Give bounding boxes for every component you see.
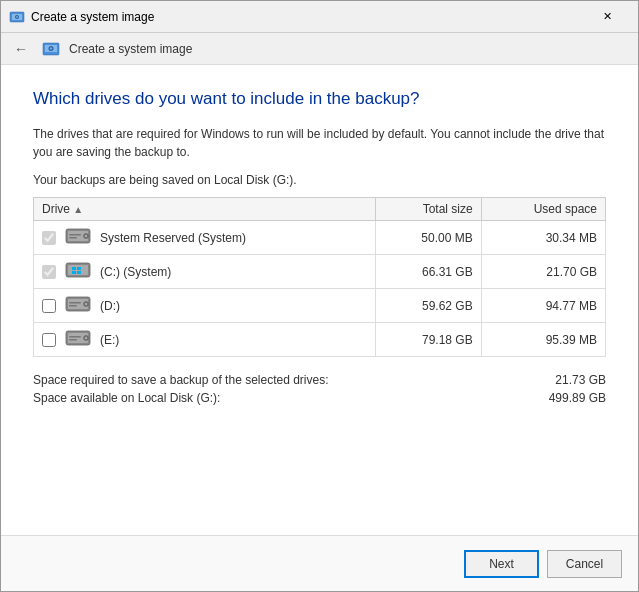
svg-point-7 bbox=[50, 47, 52, 49]
drive-checkbox[interactable] bbox=[42, 299, 56, 313]
svg-point-3 bbox=[16, 16, 18, 18]
drive-icon bbox=[64, 259, 92, 284]
table-row: (D:) 59.62 GB94.77 MB bbox=[34, 289, 606, 323]
space-available-label: Space available on Local Disk (G:): bbox=[33, 391, 220, 405]
svg-rect-31 bbox=[69, 339, 77, 341]
title-bar-controls: ✕ bbox=[584, 1, 630, 33]
svg-rect-24 bbox=[69, 302, 81, 304]
main-window: Create a system image ✕ ← Create a syste… bbox=[0, 0, 639, 592]
title-bar-left: Create a system image bbox=[9, 9, 154, 25]
nav-bar: ← Create a system image bbox=[1, 33, 638, 65]
svg-point-23 bbox=[85, 303, 87, 305]
space-required-row: Space required to save a backup of the s… bbox=[33, 373, 606, 387]
drive-cell[interactable]: (E:) bbox=[34, 323, 376, 357]
drive-cell: System Reserved (System) bbox=[34, 221, 376, 255]
space-available-row: Space available on Local Disk (G:): 499.… bbox=[33, 391, 606, 405]
table-row: (E:) 79.18 GB95.39 MB bbox=[34, 323, 606, 357]
total-size-cell: 79.18 GB bbox=[375, 323, 481, 357]
used-space-cell: 94.77 MB bbox=[481, 289, 605, 323]
svg-point-29 bbox=[85, 337, 87, 339]
total-size-cell: 59.62 GB bbox=[375, 289, 481, 323]
save-location: Your backups are being saved on Local Di… bbox=[33, 173, 606, 187]
space-required-label: Space required to save a backup of the s… bbox=[33, 373, 329, 387]
total-size-cell: 66.31 GB bbox=[375, 255, 481, 289]
back-button[interactable]: ← bbox=[9, 37, 33, 61]
drives-table: Drive ▲ Total size Used space System bbox=[33, 197, 606, 357]
drive-checkbox[interactable] bbox=[42, 333, 56, 347]
svg-rect-25 bbox=[69, 305, 77, 307]
drive-icon bbox=[64, 293, 92, 318]
used-space-cell: 95.39 MB bbox=[481, 323, 605, 357]
space-available-value: 499.89 GB bbox=[549, 391, 606, 405]
space-required-value: 21.73 GB bbox=[555, 373, 606, 387]
col-header-total-size: Total size bbox=[375, 198, 481, 221]
svg-point-11 bbox=[85, 235, 87, 237]
svg-rect-12 bbox=[69, 234, 81, 236]
drive-name: (D:) bbox=[100, 299, 120, 313]
svg-rect-19 bbox=[77, 271, 81, 274]
window-icon bbox=[9, 9, 25, 25]
drive-cell[interactable]: (D:) bbox=[34, 289, 376, 323]
drive-name: (C:) (System) bbox=[100, 265, 171, 279]
drive-cell: (C:) (System) bbox=[34, 255, 376, 289]
sort-indicator: ▲ bbox=[73, 204, 83, 215]
page-title: Which drives do you want to include in t… bbox=[33, 89, 606, 109]
svg-rect-30 bbox=[69, 336, 81, 338]
title-bar: Create a system image ✕ bbox=[1, 1, 638, 33]
col-header-used-space: Used space bbox=[481, 198, 605, 221]
main-content: Which drives do you want to include in t… bbox=[1, 65, 638, 535]
drive-checkbox bbox=[42, 265, 56, 279]
drive-icon bbox=[64, 225, 92, 250]
svg-rect-16 bbox=[72, 267, 76, 270]
drive-name: (E:) bbox=[100, 333, 119, 347]
window-title: Create a system image bbox=[31, 10, 154, 24]
used-space-cell: 21.70 GB bbox=[481, 255, 605, 289]
drive-name: System Reserved (System) bbox=[100, 231, 246, 245]
svg-rect-13 bbox=[69, 237, 77, 239]
footer: Next Cancel bbox=[1, 535, 638, 591]
drive-checkbox bbox=[42, 231, 56, 245]
drive-icon bbox=[64, 327, 92, 352]
cancel-button[interactable]: Cancel bbox=[547, 550, 622, 578]
info-text: The drives that are required for Windows… bbox=[33, 125, 606, 161]
total-size-cell: 50.00 MB bbox=[375, 221, 481, 255]
table-row: System Reserved (System) 50.00 MB30.34 M… bbox=[34, 221, 606, 255]
svg-rect-17 bbox=[77, 267, 81, 270]
breadcrumb: Create a system image bbox=[69, 42, 192, 56]
col-header-drive: Drive ▲ bbox=[34, 198, 376, 221]
breadcrumb-icon bbox=[41, 39, 61, 59]
svg-rect-18 bbox=[72, 271, 76, 274]
next-button[interactable]: Next bbox=[464, 550, 539, 578]
used-space-cell: 30.34 MB bbox=[481, 221, 605, 255]
space-info: Space required to save a backup of the s… bbox=[33, 373, 606, 405]
close-button[interactable]: ✕ bbox=[584, 1, 630, 33]
table-row: (C:) (System) 66.31 GB21.70 GB bbox=[34, 255, 606, 289]
